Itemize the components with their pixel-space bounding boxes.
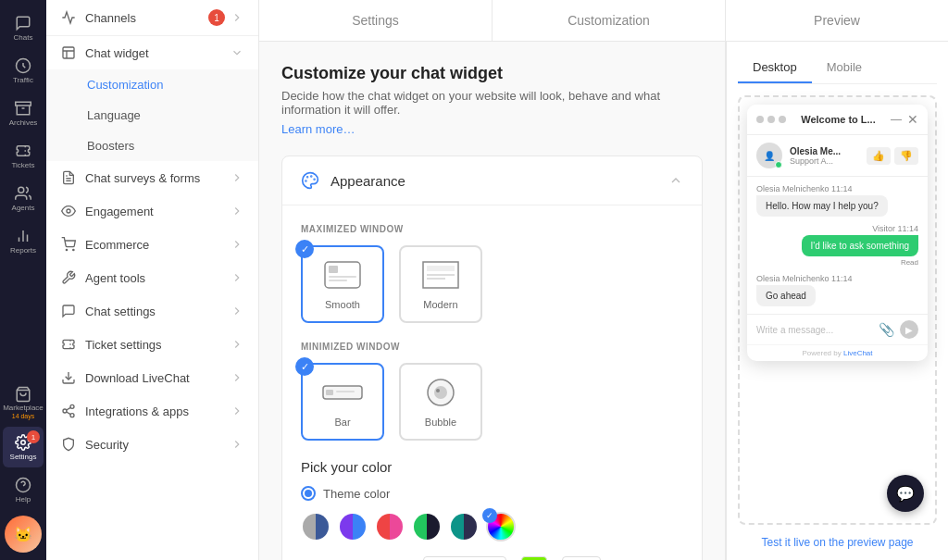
swatch-green-dark[interactable]: [412, 512, 442, 541]
sidebar-item-integrations[interactable]: Integrations & apps: [46, 394, 258, 428]
nav-item-archives[interactable]: Archives: [3, 93, 44, 133]
minimize-icon[interactable]: —: [891, 113, 902, 126]
modern-icon: [418, 258, 464, 292]
nav-item-help[interactable]: Help: [3, 469, 44, 510]
chevron-right-surveys-icon: [231, 171, 243, 184]
sidebar-item-chat-widget[interactable]: Chat widget: [46, 36, 258, 69]
thumb-up-btn[interactable]: 👍: [867, 147, 891, 165]
learn-more-link[interactable]: Learn more…: [281, 122, 355, 136]
window-options: ✓ Smooth: [301, 245, 683, 323]
titlebar-dots: [756, 116, 786, 123]
swatch-red-pink[interactable]: [375, 512, 405, 541]
window-option-bar[interactable]: ✓ Bar: [301, 363, 384, 441]
palette-icon: [301, 171, 319, 190]
window-option-modern[interactable]: Modern: [399, 245, 482, 323]
chat-fab[interactable]: 💬: [887, 475, 924, 512]
svg-point-25: [307, 177, 308, 178]
nav-item-reports[interactable]: Reports: [3, 220, 44, 261]
ticket-settings-icon: [61, 337, 76, 352]
chat-input-row: Write a message... 📎 ▶: [747, 314, 928, 344]
msg2-status: Read: [756, 258, 918, 267]
brand-icon: 🐱: [14, 526, 32, 543]
svg-point-16: [73, 249, 74, 250]
swatch-rainbow[interactable]: ✓: [486, 512, 516, 541]
color-radio[interactable]: [301, 486, 316, 501]
swatch-purple-blue[interactable]: [338, 512, 368, 541]
column-headers: Settings Customization Preview: [259, 0, 948, 42]
svg-point-14: [67, 209, 70, 213]
nav-item-brand[interactable]: 🐱: [5, 516, 42, 553]
swatch-teal-dark[interactable]: [449, 512, 479, 541]
svg-rect-28: [329, 266, 338, 273]
sidebar-item-engagement[interactable]: Engagement: [46, 194, 258, 228]
nav-item-traffic[interactable]: Traffic: [3, 50, 44, 91]
tab-desktop[interactable]: Desktop: [738, 53, 812, 83]
svg-rect-37: [336, 391, 355, 392]
settings-description: Decide how the chat widget on your websi…: [281, 89, 703, 117]
svg-point-23: [311, 176, 312, 177]
agent-name: Olesia Me...: [790, 146, 859, 156]
color-swatches: ✓: [301, 512, 683, 541]
tab-mobile[interactable]: Mobile: [812, 53, 877, 83]
nav-label-help: Help: [16, 495, 31, 504]
powered-by: Powered by LiveChat: [747, 344, 928, 361]
nav-item-tickets[interactable]: Tickets: [3, 135, 44, 176]
msg2-bubble: I'd like to ask something: [802, 235, 918, 256]
sidebar-subitem-language[interactable]: Language: [46, 100, 258, 131]
send-button[interactable]: ▶: [900, 320, 918, 339]
sidebar-item-download[interactable]: Download LiveChat: [46, 361, 258, 394]
hex-input[interactable]: [423, 556, 506, 560]
svg-point-39: [434, 386, 447, 399]
minimized-window-label: MINIMIZED WINDOW: [301, 342, 683, 352]
sidebar-item-agent-tools[interactable]: Agent tools: [46, 261, 258, 294]
sidebar-item-chat-surveys[interactable]: Chat surveys & forms: [46, 161, 258, 194]
titlebar-actions: — ✕: [891, 112, 918, 127]
preview-column: Desktop Mobile Welcome to L: [726, 42, 948, 560]
swatch-gray-blue[interactable]: [301, 512, 331, 541]
sidebar-item-channels[interactable]: Channels 1: [46, 0, 258, 36]
close-icon[interactable]: ✕: [907, 112, 918, 127]
msg1-sender: Olesia Melnichenko 11:14: [756, 184, 918, 193]
smooth-label: Smooth: [325, 299, 360, 310]
nav-item-settings[interactable]: Settings 1: [3, 427, 44, 467]
test-live-link[interactable]: Test it live on the preview page: [761, 536, 913, 549]
svg-rect-11: [63, 47, 74, 58]
appearance-card: Appearance MAXIMIZED WINDOW ✓: [281, 156, 703, 560]
appearance-card-header[interactable]: Appearance: [282, 156, 702, 205]
window-option-bubble[interactable]: Bubble: [399, 363, 482, 441]
svg-rect-30: [329, 280, 347, 281]
nav-item-chats[interactable]: Chats: [3, 7, 44, 48]
nav-item-marketplace[interactable]: Marketplace 14 days: [3, 380, 44, 425]
thumb-down-btn[interactable]: 👎: [894, 147, 918, 165]
svg-point-19: [63, 409, 67, 413]
sidebar-subitem-boosters[interactable]: Boosters: [46, 131, 258, 161]
sidebar-item-security[interactable]: Security: [46, 428, 258, 461]
sidebar-label-security: Security: [85, 438, 129, 452]
svg-point-3: [19, 187, 24, 193]
sidebar-item-chat-settings[interactable]: Chat settings: [46, 294, 258, 328]
bar-label: Bar: [334, 417, 350, 428]
nav-item-agents[interactable]: Agents: [3, 178, 44, 218]
chevron-right-chat-settings-icon: [231, 305, 243, 317]
reports-icon: [15, 228, 31, 244]
chat-icon: [15, 15, 31, 31]
color-radio-label: Theme color: [323, 487, 390, 501]
sidebar-subitem-customization[interactable]: Customization: [46, 69, 258, 100]
attach-icon[interactable]: 📎: [879, 322, 894, 337]
chat-input-placeholder: Write a message...: [756, 325, 873, 335]
window-option-smooth[interactable]: ✓ Smooth: [301, 245, 384, 323]
nav-label-settings: Settings: [10, 453, 37, 461]
chevron-right-tools-icon: [231, 271, 243, 284]
appearance-card-body: MAXIMIZED WINDOW ✓: [282, 205, 702, 560]
color-dropdown[interactable]: ▼: [562, 556, 601, 560]
chevron-up-icon: [668, 173, 683, 188]
color-preview[interactable]: [521, 556, 547, 560]
chat-titlebar: Welcome to L... — ✕: [747, 105, 928, 135]
chevron-right-ticket-settings-icon: [231, 338, 243, 351]
sidebar-item-ticket-settings[interactable]: Ticket settings: [46, 328, 258, 361]
sidebar-label-chat-settings: Chat settings: [85, 305, 156, 318]
bubble-icon: [418, 376, 464, 409]
sidebar-item-ecommerce[interactable]: Ecommerce: [46, 228, 258, 261]
engagement-icon: [61, 204, 76, 218]
bubble-label: Bubble: [425, 417, 456, 428]
